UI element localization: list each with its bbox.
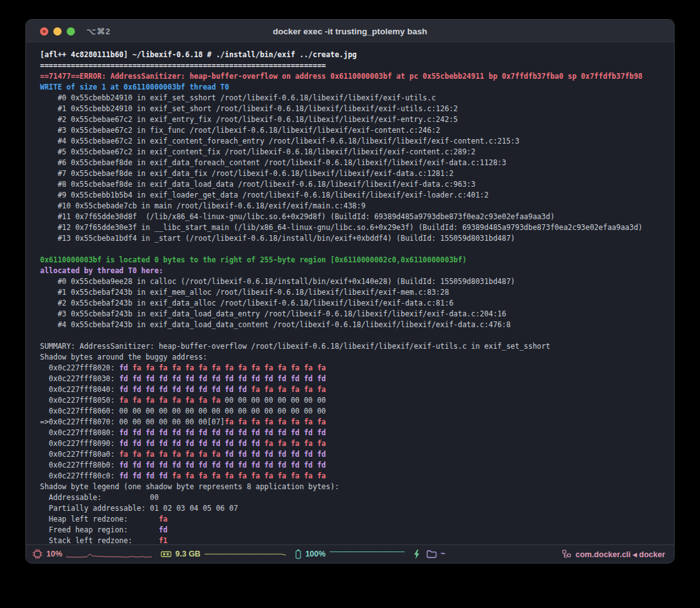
cpu-status[interactable]: 10% xyxy=(32,549,152,559)
minimize-button[interactable] xyxy=(53,27,62,36)
terminal-text-segment: fd fd fd fd fd fd fd fd fd fd fd fd fd f… xyxy=(119,374,326,383)
terminal-text-segment: WRITE of size 1 at 0x6110000003bf thread… xyxy=(40,83,229,91)
terminal-text-segment: allocated by thread T0 here: xyxy=(40,266,163,275)
terminal-line: 0x0c227fff80a0: fa fa fa fa fa fa fa fa … xyxy=(40,449,674,460)
memory-icon xyxy=(161,550,172,558)
terminal-text-segment: fa fa fa fa fa fa xyxy=(251,385,326,394)
battery-graph xyxy=(330,550,405,559)
terminal-line: [afl++ 4c8280111b60] ~/libexif-0.6.18 # … xyxy=(40,50,674,60)
terminal-text-segment: fd fd fd fd fd fd fd fd fd fd xyxy=(119,385,252,394)
memory-usage-label: 9.3 GB xyxy=(175,550,201,558)
battery-status[interactable]: 100% xyxy=(295,549,405,559)
terminal-text-segment: #3 0x55cbebaf243b in exif_data_load_data… xyxy=(40,309,506,318)
terminal-line: #5 0x55cbebae67c2 in exif_content_fix /r… xyxy=(40,147,674,158)
terminal-text-segment: #11 0x7f65dde30d8f (/lib/x86_64-linux-gn… xyxy=(40,212,555,221)
terminal-line: 0x0c227fff8020: fd fa fa fa fa fa fa fa … xyxy=(40,363,674,374)
terminal-line: WRITE of size 1 at 0x6110000003bf thread… xyxy=(40,82,674,93)
battery-icon xyxy=(295,549,302,559)
folder-icon xyxy=(426,550,437,558)
terminal-text-segment: #4 0x55cbebae67c2 in exif_content_foreac… xyxy=(40,137,520,145)
cpu-icon xyxy=(32,549,43,559)
close-button[interactable] xyxy=(40,27,48,36)
terminal-text-segment: #1 0x55cbebb24910 in exif_set_short /roo… xyxy=(40,104,458,113)
terminal-line: #2 0x55cbebae67c2 in exif_entry_fix /roo… xyxy=(40,114,674,125)
terminal-text-segment: fa fa fa fa fa fa fa fa xyxy=(225,417,326,426)
terminal-line: ==71477==ERROR: AddressSanitizer: heap-b… xyxy=(40,71,674,82)
terminal-line: 0x0c227fff8080: fd fd fd fd fd fd fd fd … xyxy=(40,428,674,438)
terminal-text-segment: #7 0x55cbebaef8de in exif_data_fix /root… xyxy=(40,169,454,178)
terminal-line xyxy=(40,330,674,341)
terminal-text-segment: #0 0x55cbeba9ee28 in calloc (/root/libex… xyxy=(40,277,515,286)
working-directory-status[interactable]: ~ xyxy=(426,550,445,558)
terminal-line: SUMMARY: AddressSanitizer: heap-buffer-o… xyxy=(40,341,674,352)
terminal-line: Shadow bytes around the buggy address: xyxy=(40,352,674,363)
terminal-text-segment: fd xyxy=(119,363,133,372)
terminal-text-segment: Shadow byte legend (one shadow byte repr… xyxy=(40,482,339,491)
terminal-text-segment: #3 0x55cbebae67c2 in fix_func /root/libe… xyxy=(40,126,440,135)
power-status[interactable] xyxy=(414,550,420,559)
terminal-text-segment: fd xyxy=(159,525,168,534)
terminal-text-segment: #6 0x55cbebaef8de in exif_data_foreach_c… xyxy=(40,158,506,167)
traffic-lights xyxy=(40,27,75,36)
terminal-line: #13 0x55cbeba1bdf4 in _start (/root/libe… xyxy=(40,233,674,244)
terminal-text-segment: 0x0c227fff80b0: xyxy=(40,461,119,470)
foreground-process-label: com.docker.cli ◂ docker xyxy=(575,550,665,559)
cpu-sparkline xyxy=(66,550,152,559)
terminal-line: #4 0x55cbebae67c2 in exif_content_foreac… xyxy=(40,136,674,147)
terminal-line xyxy=(40,244,674,255)
terminal-text-segment: Shadow bytes around the buggy address: xyxy=(40,353,207,361)
memory-status[interactable]: 9.3 GB xyxy=(161,550,286,559)
foreground-process-status[interactable]: com.docker.cli ◂ docker xyxy=(562,550,665,559)
terminal-text-segment: 0x0c227fff8020: xyxy=(40,363,119,372)
terminal-text-segment: #12 0x7f65dde30e3f in __libc_start_main … xyxy=(40,223,643,232)
terminal-text-segment: fa xyxy=(159,515,168,524)
terminal-text-segment: fa fa fa fa fa xyxy=(264,439,326,448)
terminal-text-segment: #4 0x55cbebaf243b in exif_data_load_data… xyxy=(40,320,511,329)
terminal-text-segment: Addressable: 00 xyxy=(40,493,159,502)
terminal-text-segment: #9 0x55cbebb1b5b4 in exif_loader_get_dat… xyxy=(40,191,488,199)
terminal-line: 0x0c227fff80b0: fd fd fd fd fd fd fd fd … xyxy=(40,460,674,471)
lightning-bolt-icon xyxy=(414,550,420,559)
terminal-window: ⌥⌘2 docker exec -it trusting_ptolemy bas… xyxy=(25,19,675,564)
terminal-text-segment: fd fd fd fd fd fd fd fd fd fd fd fd fd f… xyxy=(119,428,326,437)
terminal-line: Shadow byte legend (one shadow byte repr… xyxy=(40,482,674,492)
terminal-line: Stack left redzone: f1 xyxy=(40,536,674,544)
terminal-text-segment: 0x0c227fff8050: xyxy=(40,396,119,405)
terminal-text-segment: 0x0c227fff8060: 00 00 00 00 00 00 00 00 … xyxy=(40,407,326,415)
working-directory-label: ~ xyxy=(441,550,445,558)
terminal-text-segment: 0x0c227fff8080: xyxy=(40,428,119,437)
terminal-line: #7 0x55cbebaef8de in exif_data_fix /root… xyxy=(40,168,674,179)
terminal-text-segment: fa fa fa fa fa fa fa fa xyxy=(119,396,225,405)
terminal-line: #8 0x55cbebaef8de in exif_data_load_data… xyxy=(40,179,674,190)
terminal-text-segment: 0x0c227fff80a0: xyxy=(40,450,119,459)
terminal-text-segment: #1 0x55cbebaf243b in exif_mem_alloc /roo… xyxy=(40,288,449,297)
terminal-line: 0x0c227fff8030: fd fd fd fd fd fd fd fd … xyxy=(40,374,674,384)
terminal-text-segment: #2 0x55cbebae67c2 in exif_entry_fix /roo… xyxy=(40,115,458,124)
terminal-text-segment: =>0x0c227fff8070: 00 00 00 00 00 00 00[0… xyxy=(40,417,225,426)
terminal-line: #0 0x55cbebb24910 in exif_set_sshort /ro… xyxy=(40,93,674,104)
terminal-text-segment: fd fd fd fd fd fd fd fd fd fd fd fd fd f… xyxy=(119,461,326,470)
terminal-line: allocated by thread T0 here: xyxy=(40,266,674,276)
status-bar: 10% 9.3 GB 100% xyxy=(26,544,674,563)
terminal-line: Partially addressable: 01 02 03 04 05 06… xyxy=(40,503,674,514)
terminal-text-segment: fd fd fd fd fd fd fd fd fd fd fd xyxy=(119,439,264,448)
process-tree-icon xyxy=(562,550,571,559)
terminal-text-segment: fa fa fa fa fa fa fa fa fa fa fa fa fa f… xyxy=(132,363,326,372)
terminal-text-segment: Freed heap region: xyxy=(40,525,159,534)
terminal-text-segment: fd fd fd fd fd fd fd fd xyxy=(225,450,326,459)
memory-graph xyxy=(205,550,286,559)
battery-percent-label: 100% xyxy=(306,550,326,558)
terminal-line: #9 0x55cbebb1b5b4 in exif_loader_get_dat… xyxy=(40,190,674,201)
terminal-text-segment: fd fd fd fd xyxy=(119,471,172,480)
zoom-button[interactable] xyxy=(67,27,75,36)
terminal-text-segment: #5 0x55cbebae67c2 in exif_content_fix /r… xyxy=(40,147,475,156)
terminal-output[interactable]: [afl++ 4c8280111b60] ~/libexif-0.6.18 # … xyxy=(26,44,674,544)
terminal-text-segment: #0 0x55cbebb24910 in exif_set_sshort /ro… xyxy=(40,93,436,102)
terminal-text-segment: 0x6110000003bf is located 0 bytes to the… xyxy=(40,255,467,264)
terminal-text-segment: #13 0x55cbeba1bdf4 in _start (/root/libe… xyxy=(40,234,515,243)
terminal-line: Heap left redzone: fa xyxy=(40,514,674,525)
terminal-line: #6 0x55cbebaef8de in exif_data_foreach_c… xyxy=(40,158,674,168)
terminal-text-segment: #10 0x55cbebade7cb in main /root/libexif… xyxy=(40,201,365,210)
terminal-line: #2 0x55cbebaf243b in exif_data_alloc /ro… xyxy=(40,298,674,309)
terminal-text-segment: fa fa fa fa fa fa fa fa fa fa fa fa xyxy=(172,471,326,480)
